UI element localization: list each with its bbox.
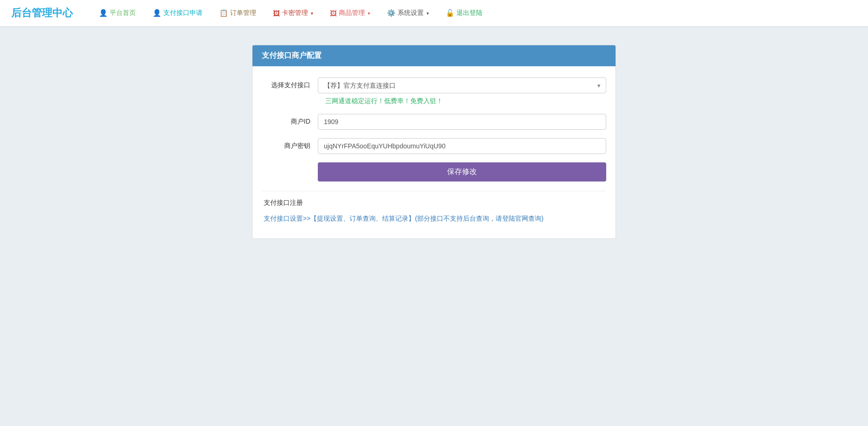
register-section-title: 支付接口注册	[262, 199, 606, 213]
nav-home[interactable]: 👤 平台首页	[91, 6, 143, 20]
payment-interface-select[interactable]: 【荐】官方支付直连接口支付宝微信支付其他接口	[318, 77, 606, 93]
nav-orders-label: 订单管理	[230, 9, 256, 17]
select-wrapper: 【荐】官方支付直连接口支付宝微信支付其他接口 ▾	[318, 77, 606, 93]
card-header: 支付接口商户配置	[252, 45, 616, 66]
select-payment-label: 选择支付接口	[262, 81, 318, 90]
goods-caret-icon: ▾	[368, 11, 370, 16]
merchant-id-group: 商户ID	[262, 114, 606, 130]
nav-cardmgmt-label: 卡密管理	[282, 9, 308, 17]
nav-payment-label: 支付接口申请	[163, 9, 203, 17]
nav-payment[interactable]: 👤 支付接口申请	[145, 6, 210, 20]
brand: 后台管理中心	[11, 6, 73, 20]
logout-icon: 🔓	[446, 9, 455, 17]
cardmgmt-icon: 🖼	[273, 9, 280, 17]
main-content: 支付接口商户配置 选择支付接口 【荐】官方支付直连接口支付宝微信支付其他接口 ▾…	[0, 26, 868, 258]
nav-logout[interactable]: 🔓 退出登陆	[438, 6, 490, 20]
nav-home-label: 平台首页	[110, 9, 136, 17]
merchant-id-label: 商户ID	[262, 118, 318, 126]
section-divider	[262, 191, 606, 191]
orders-icon: 📋	[219, 9, 228, 17]
nav-goods[interactable]: 🖼 商品管理 ▾	[322, 6, 378, 20]
merchant-id-input[interactable]	[318, 114, 606, 130]
nav-settings[interactable]: ⚙️ 系统设置 ▾	[379, 6, 436, 20]
merchant-key-group: 商户密钥	[262, 138, 606, 154]
cardmgmt-caret-icon: ▾	[311, 11, 313, 16]
goods-icon: 🖼	[330, 9, 337, 17]
config-card: 支付接口商户配置 选择支付接口 【荐】官方支付直连接口支付宝微信支付其他接口 ▾…	[252, 45, 616, 239]
nav-cardmgmt[interactable]: 🖼 卡密管理 ▾	[266, 6, 321, 20]
nav-goods-label: 商品管理	[339, 9, 365, 17]
merchant-key-input[interactable]	[318, 138, 606, 154]
promo-text: 三网通道稳定运行！低费率！免费入驻！	[325, 97, 606, 105]
navbar: 后台管理中心 👤 平台首页 👤 支付接口申请 📋 订单管理 🖼 卡密管理 ▾ 🖼…	[0, 0, 868, 26]
nav-menu: 👤 平台首页 👤 支付接口申请 📋 订单管理 🖼 卡密管理 ▾ 🖼 商品管理 ▾…	[91, 6, 857, 20]
nav-orders[interactable]: 📋 订单管理	[212, 6, 264, 20]
card-title: 支付接口商户配置	[262, 51, 322, 59]
select-payment-group: 选择支付接口 【荐】官方支付直连接口支付宝微信支付其他接口 ▾	[262, 77, 606, 93]
nav-settings-label: 系统设置	[398, 9, 424, 17]
nav-logout-label: 退出登陆	[456, 9, 483, 17]
home-icon: 👤	[99, 9, 108, 17]
settings-caret-icon: ▾	[427, 11, 429, 16]
settings-icon: ⚙️	[387, 9, 396, 17]
settings-link[interactable]: 支付接口设置>>【提现设置、订单查询、结算记录】(部分接口不支持后台查询，请登陆…	[262, 213, 606, 224]
payment-icon: 👤	[153, 9, 161, 17]
card-body: 选择支付接口 【荐】官方支付直连接口支付宝微信支付其他接口 ▾ 三网通道稳定运行…	[252, 66, 616, 238]
merchant-key-label: 商户密钥	[262, 142, 318, 150]
save-button[interactable]: 保存修改	[318, 162, 606, 182]
